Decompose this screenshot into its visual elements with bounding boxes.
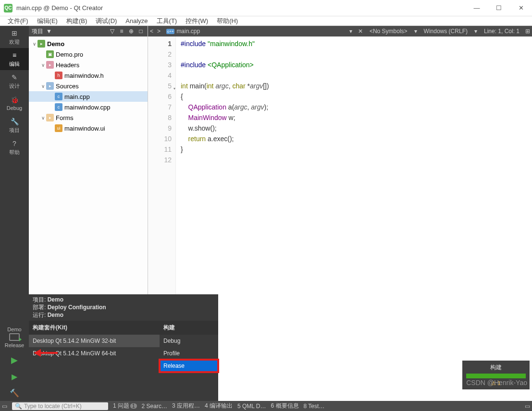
mode-edit[interactable]: ≡编辑 — [0, 48, 29, 70]
filter-icon[interactable]: ▽ — [108, 28, 116, 35]
tree-label: Demo.pro — [56, 51, 83, 58]
cpp-icon: c — [55, 103, 62, 111]
build-button[interactable]: 🔨 — [0, 385, 29, 401]
folder-h-icon: ▸ — [46, 61, 54, 69]
tree-label: Demo — [47, 40, 64, 48]
mode-welcome[interactable]: ⊞欢迎 — [0, 26, 29, 48]
h-icon: h — [55, 72, 62, 79]
tree-label: mainwindow.h — [64, 72, 104, 79]
menu-help[interactable]: 帮助(H) — [213, 16, 242, 26]
kit-32bit[interactable]: Desktop Qt 5.14.2 MinGW 32-bit — [29, 335, 160, 347]
tree-item-Demo[interactable]: ∨▸Demo — [29, 38, 148, 49]
project-dropdown-icon[interactable]: ▼ — [45, 28, 53, 35]
kit-row-2[interactable]: Release — [29, 360, 218, 372]
menu-window[interactable]: 控件(W) — [182, 16, 212, 26]
editor-file-dropdown[interactable]: ▾ — [346, 28, 355, 35]
run-debug-button[interactable]: ▶ — [0, 368, 29, 385]
chevron-icon[interactable]: ∨ — [39, 62, 46, 68]
tree-label: mainwindow.cpp — [64, 104, 110, 111]
editor-split-button[interactable]: ⊞ — [523, 28, 532, 35]
build-release[interactable]: Release — [160, 360, 218, 372]
titlebar: QC main.cpp @ Demo - Qt Creator — ☐ ✕ — [0, 0, 532, 16]
fold-icon[interactable]: ▾ — [173, 84, 175, 94]
build-profile[interactable]: Profile — [160, 347, 218, 360]
sync-icon[interactable]: ≡ — [118, 28, 125, 35]
monitor-icon — [9, 333, 20, 341]
nav-forward-button[interactable]: > — [155, 28, 162, 35]
sb-compile-output[interactable]: 4 编译输出 — [205, 402, 233, 410]
editor-close-button[interactable]: ✕ — [355, 28, 366, 35]
encoding-dropdown-icon[interactable]: ▾ — [471, 28, 480, 35]
mode-debug[interactable]: 🐞Debug — [0, 92, 29, 114]
editor-file-selector[interactable]: c++ main.cpp — [162, 28, 204, 35]
project-header: 项目 ▼ ▽ ≡ ⊕ □ — [29, 26, 148, 36]
mode-projects[interactable]: 🔧项目 — [0, 114, 29, 136]
sb-app-output[interactable]: 3 应用程… — [172, 402, 200, 410]
menu-tools[interactable]: 工具(T) — [153, 16, 181, 26]
progress-bar — [466, 374, 526, 378]
nav-back-button[interactable]: < — [148, 28, 155, 35]
output-toggle-icon[interactable]: ▭ — [2, 403, 7, 410]
tree-label: mainwindow.ui — [64, 125, 105, 132]
minimize-button[interactable]: — — [466, 0, 488, 16]
close-button[interactable]: ✕ — [510, 0, 532, 16]
locator-input[interactable]: 🔍 Type to locate (Ctrl+K) — [12, 402, 108, 410]
chevron-icon[interactable]: ∨ — [31, 41, 37, 47]
symbols-dropdown-icon[interactable]: ▾ — [411, 28, 420, 35]
build-debug[interactable]: Debug — [160, 335, 218, 347]
menu-analyze[interactable]: Analyze — [122, 16, 151, 25]
tree-item-mainwindow-cpp[interactable]: cmainwindow.cpp — [29, 102, 148, 112]
bug-icon: 🐞 — [10, 96, 19, 104]
tree-item-Forms[interactable]: ∨▸Forms — [29, 112, 148, 123]
add-icon[interactable]: ⊕ — [127, 28, 135, 35]
menu-debug[interactable]: 调试(D) — [92, 16, 121, 26]
tree-label: main.cpp — [64, 93, 90, 100]
symbols-selector[interactable]: <No Symbols> — [366, 28, 411, 35]
maximize-button[interactable]: ☐ — [488, 0, 510, 16]
menu-edit[interactable]: 编辑(E) — [33, 16, 62, 26]
mode-help[interactable]: ?帮助 — [0, 136, 29, 158]
code-content[interactable]: #include "mainwindow.h" #include <QAppli… — [176, 36, 532, 401]
tree-label: Sources — [56, 83, 79, 90]
tree-item-Sources[interactable]: ∨▸Sources — [29, 81, 148, 91]
sb-test[interactable]: 8 Test… — [304, 403, 325, 410]
folder-f-icon: ▸ — [46, 114, 54, 121]
tree-item-mainwindow-ui[interactable]: uimainwindow.ui — [29, 123, 148, 133]
target-selector[interactable]: Demo Release — [0, 323, 29, 352]
hammer-icon: 🔨 — [10, 388, 19, 398]
menu-build[interactable]: 构建(B) — [62, 16, 91, 26]
tree-label: Forms — [56, 114, 74, 121]
search-icon: 🔍 — [15, 403, 22, 410]
folder-c-icon: ▸ — [46, 82, 54, 90]
sb-sidebar-toggle[interactable]: ▭ — [525, 403, 530, 410]
sb-qml-debug[interactable]: 5 QML D… — [237, 403, 266, 410]
tree-item-mainwindow-h[interactable]: hmainwindow.h — [29, 70, 148, 81]
menu-file[interactable]: 文件(F) — [4, 16, 32, 26]
edit-icon: ≡ — [10, 51, 19, 60]
ui-icon: ui — [55, 124, 62, 132]
line-ending-selector[interactable]: Windows (CRLF) — [420, 28, 471, 35]
sb-general[interactable]: 6 概要信息 — [271, 402, 299, 410]
mode-design[interactable]: ✎设计 — [0, 70, 29, 92]
cursor-position[interactable]: Line: 1, Col: 1 — [480, 28, 523, 35]
tree-item-Headers[interactable]: ∨▸Headers — [29, 60, 148, 70]
kit-header: 构建套件(Kit) — [29, 321, 160, 335]
split-icon[interactable]: □ — [137, 28, 145, 35]
mode-rail: ⊞欢迎 ≡编辑 ✎设计 🐞Debug 🔧项目 ?帮助 Demo Release … — [0, 26, 29, 401]
wrench-icon: 🔧 — [10, 117, 19, 126]
run-button[interactable]: ▶ — [0, 352, 29, 368]
editor-filename: main.cpp — [176, 28, 200, 35]
project-panel-title: 项目 — [32, 27, 43, 36]
sb-search[interactable]: 2 Searc… — [142, 403, 167, 410]
play-debug-icon: ▶ — [12, 372, 17, 381]
tree-item-main-cpp[interactable]: cmain.cpp — [29, 91, 148, 102]
tree-label: Headers — [56, 61, 79, 69]
kit-row-0[interactable]: Desktop Qt 5.14.2 MinGW 32-bit Debug — [29, 335, 218, 347]
build-progress-toast[interactable]: 构建 ⚠ 1 — [462, 361, 530, 389]
popup-table-header: 构建套件(Kit) 构建 — [29, 321, 218, 335]
window-title: main.cpp @ Demo - Qt Creator — [16, 4, 466, 12]
tree-item-Demo-pro[interactable]: ▣Demo.pro — [29, 49, 148, 60]
chevron-icon[interactable]: ∨ — [39, 115, 46, 121]
chevron-icon[interactable]: ∨ — [39, 84, 46, 89]
sb-issues[interactable]: 1 问题1 — [113, 402, 137, 410]
